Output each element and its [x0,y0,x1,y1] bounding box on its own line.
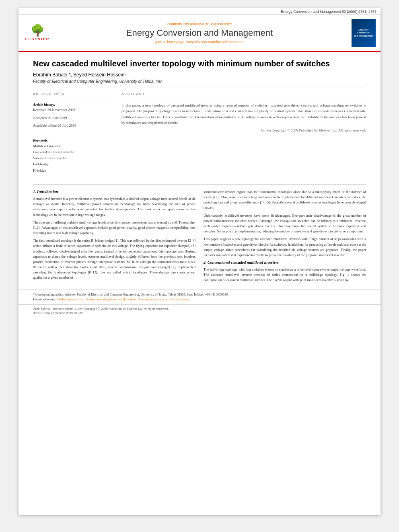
email-values: e-babaei@tabrizu.ac.ir, babaeibrahim@yah… [57,298,189,301]
keyword-1: Multilevel inverter [33,143,113,149]
keywords-list: Multilevel inverter Cascaded multilevel … [33,143,113,174]
abstract-col: ABSTRACT In this paper, a new topology o… [121,92,366,174]
elsevier-tree-icon: 🌳 [31,25,45,36]
authors: Ebrahim Babaei *, Seyed Hossein Hosseini [33,72,366,78]
accepted-text: Accepted 29 June 2009 [33,115,113,121]
abstract-text: In this paper, a new topology of cascade… [121,103,366,126]
journal-title: Energy Conversion and Management [51,28,348,38]
main-body: 1. Introduction A multilevel inverter is… [19,189,380,286]
available-text: Available online 28 July 2009 [33,123,113,129]
keyword-2: Cascaded multilevel inverter [33,149,113,155]
footnote-email: E-mail addresses: e-babaei@tabrizu.ac.ir… [33,297,366,302]
journal-logo-box-title: ENERGYConversionand Management [354,29,373,37]
sciencedirect-brand[interactable]: ScienceDirect [210,22,232,26]
journal-homepage: journal homepage: www.elsevier.com/locat… [51,40,348,44]
journal-reference: Energy Conversion and Management 50 (200… [19,8,380,15]
divider-1 [33,88,366,88]
abstract-label: ABSTRACT [121,92,366,96]
elsevier-brand-text: ELSEVIER [25,37,50,41]
article-info-label: ARTICLE INFO [33,92,113,96]
keyword-3: Sub-multilevel inverter [33,155,113,161]
sciencedirect-link: Contents lists available at ScienceDirec… [51,22,348,26]
body-right-col: semiconductor devices higher than the fu… [204,189,366,286]
paper-title: New cascaded multilevel inverter topolog… [33,58,366,69]
section1-heading: 1. Introduction [33,189,195,194]
journal-logo-box: ENERGYConversionand Management [352,19,376,47]
elsevier-logo: 🌳 ELSEVIER [23,25,51,41]
history-label: Article history: [33,103,113,107]
keyword-5: H-bridge [33,168,113,174]
divider-2 [33,99,113,99]
journal-logo-right: ENERGYConversionand Management [348,19,376,47]
issn-text: 0196-8904/$ - see front matter Crown Cop… [33,306,366,311]
footnote-area: * Corresponding author. Address: Faculty… [19,290,380,304]
divider-4 [33,184,366,185]
body-left-col: 1. Introduction A multilevel inverter is… [33,189,195,286]
keywords-label: Keywords: [33,138,113,142]
homepage-url[interactable]: www.elsevier.com/locate/enconman [186,40,244,44]
body-para-7: The full-bridge topology with four switc… [204,267,366,283]
body-para-4: semiconductor devices higher than the fu… [204,189,366,211]
copyright-text: Crown Copyright © 2009 Published by Else… [121,128,366,132]
affiliation: Faculty of Electrical and Computer Engin… [33,79,366,84]
section2-heading: 2. Conventional cascaded multilevel inve… [204,260,366,265]
footnote-corresponding: * Corresponding author. Address: Faculty… [33,292,366,297]
received-text: Received 29 November 2008 [33,107,113,113]
body-para-6: This paper suggests a new topology for c… [204,236,366,258]
bottom-bar: 0196-8904/$ - see front matter Crown Cop… [19,304,380,317]
keyword-4: Full-bridge [33,161,113,167]
body-two-col: 1. Introduction A multilevel inverter is… [33,189,366,286]
body-para-1: A multilevel inverter is a power electro… [33,196,195,218]
page: Energy Conversion and Management 50 (200… [19,8,380,515]
article-info-abstract: ARTICLE INFO Article history: Received 2… [33,92,366,174]
journal-ref-text: Energy Conversion and Management 50 (200… [281,10,376,14]
journal-center-header: Contents lists available at ScienceDirec… [51,22,348,44]
doi-text: doi:10.1016/j.enconman.2009.06.032 [33,311,366,315]
article-info-col: ARTICLE INFO Article history: Received 2… [33,92,113,174]
journal-header: 🌳 ELSEVIER Contents lists available at S… [19,15,380,52]
body-para-3: The first introduced topology is the ser… [33,238,195,280]
divider-3 [121,99,366,99]
body-para-5: Unfortunately, multilevel inverters have… [204,213,366,234]
email-label: E-mail addresses: [33,298,56,301]
article-content: New cascaded multilevel inverter topolog… [19,52,380,180]
body-para-2: The concept of utilizing multiple small … [33,220,195,236]
